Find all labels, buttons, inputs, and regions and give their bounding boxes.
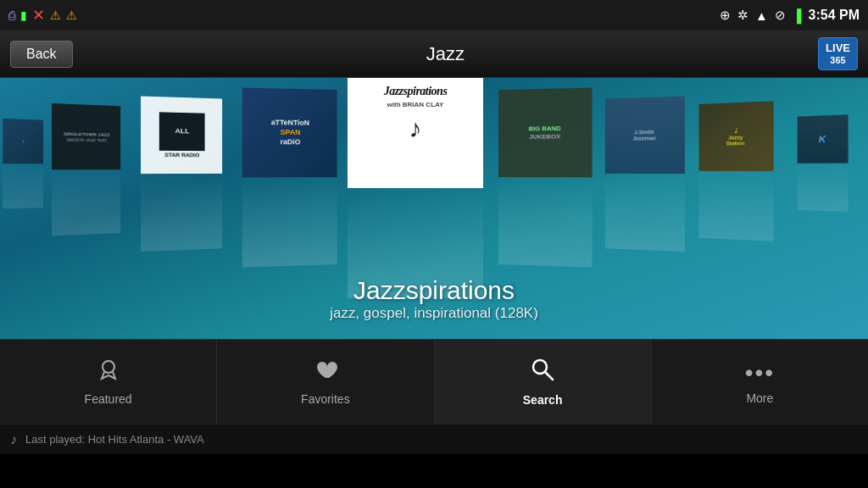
carousel-item-5[interactable]: BIG BAND JUKEBOX (498, 87, 593, 177)
status-right-icons: ⊕ ✲ ▲ ⊘ ▐ 3:54 PM (720, 8, 860, 23)
warning-icon-1: ⚠ (50, 8, 61, 22)
carousel-item-3-inner: aTTeNTioN SPAN raDiO (242, 87, 337, 177)
nav-item-search[interactable]: Search (435, 340, 652, 424)
carousel-item-featured-inner: Jazzspirations with BRIAN CLAY ♪ (348, 78, 483, 188)
station-name: Jazzspirations (353, 276, 515, 305)
carousel-item-1[interactable]: SINGLETOWN JAZZ SMOOTH JAZZ THAT (52, 103, 120, 169)
music-note-icon: ♪ (10, 432, 17, 447)
header: Back Jazz LIVE 365 (0, 30, 868, 78)
status-bar: ⎙ ▮ ✕ ⚠ ⚠ ⊕ ✲ ▲ ⊘ ▐ 3:54 PM (0, 0, 868, 30)
live365-line1: LIVE (826, 42, 850, 55)
carousel-item-5-inner: BIG BAND JUKEBOX (498, 87, 593, 177)
carousel-item-0-inner: ♪ (3, 119, 43, 164)
last-played-text: Last played: Hot Hits Atlanta - WAVA (25, 433, 204, 446)
carousel-item-featured[interactable]: Jazzspirations with BRIAN CLAY ♪ (348, 78, 483, 188)
carousel-item-8-inner: K (798, 114, 849, 164)
live365-line2: 365 (826, 55, 850, 66)
svg-line-2 (545, 372, 553, 380)
carousel-item-3[interactable]: aTTeNTioN SPAN raDiO (242, 87, 337, 177)
favorites-label: Favorites (301, 392, 350, 406)
nav-item-featured[interactable]: Featured (0, 340, 217, 424)
carousel-item-0[interactable]: ♪ (3, 119, 43, 164)
ellipsis-icon: ••• (745, 359, 775, 386)
usb-icon: ⎙ (8, 8, 15, 22)
nav-item-favorites[interactable]: Favorites (217, 340, 434, 424)
no-sim-icon: ⊘ (775, 8, 786, 23)
carousel-item-7[interactable]: ♩ Jazzy Station (698, 101, 773, 171)
station-description: jazz, gospel, inspirational (128K) (330, 305, 538, 322)
status-time: 3:54 PM (809, 8, 860, 23)
carousel-item-2-inner: ALL STAR RADIO (141, 96, 222, 174)
warning-icon-2: ⚠ (66, 8, 77, 22)
main-content: ♪ SINGLETOWN JAZZ SMOOTH JAZZ THAT ALL S… (0, 78, 868, 339)
carousel-item-8[interactable]: K (798, 114, 849, 164)
wifi-icon: ▲ (755, 8, 768, 23)
heart-icon (314, 358, 337, 387)
svg-point-0 (103, 361, 114, 373)
status-left-icons: ⎙ ▮ ✕ ⚠ ⚠ (8, 6, 77, 25)
back-button[interactable]: Back (10, 41, 73, 68)
carousel-item-2[interactable]: ALL STAR RADIO (141, 96, 222, 174)
carousel-item-6-inner: J.Smith Jazzman (605, 96, 685, 174)
carousel-item-6[interactable]: J.Smith Jazzman (605, 96, 685, 174)
bottom-nav: Featured Favorites Search ••• More (0, 339, 868, 424)
more-label: More (746, 391, 773, 405)
battery-full-icon: ▐ (793, 8, 802, 23)
search-icon (530, 357, 555, 388)
search-label: Search (523, 393, 563, 407)
carousel-item-7-inner: ♩ Jazzy Station (698, 101, 773, 171)
featured-label: Featured (85, 392, 132, 406)
bluetooth-icon: ✲ (737, 8, 748, 23)
nav-icon: ⊕ (720, 8, 731, 23)
footer-bar: ♪ Last played: Hot Hits Atlanta - WAVA (0, 424, 868, 454)
live365-badge: LIVE 365 (818, 37, 858, 70)
carousel-item-1-inner: SINGLETOWN JAZZ SMOOTH JAZZ THAT (52, 103, 120, 169)
battery-icon: ▮ (20, 8, 27, 22)
ribbon-icon (97, 358, 120, 387)
nav-item-more[interactable]: ••• More (652, 340, 868, 424)
carousel[interactable]: ♪ SINGLETOWN JAZZ SMOOTH JAZZ THAT ALL S… (0, 78, 868, 256)
page-title: Jazz (73, 43, 819, 65)
battery-red-icon: ✕ (32, 6, 45, 25)
